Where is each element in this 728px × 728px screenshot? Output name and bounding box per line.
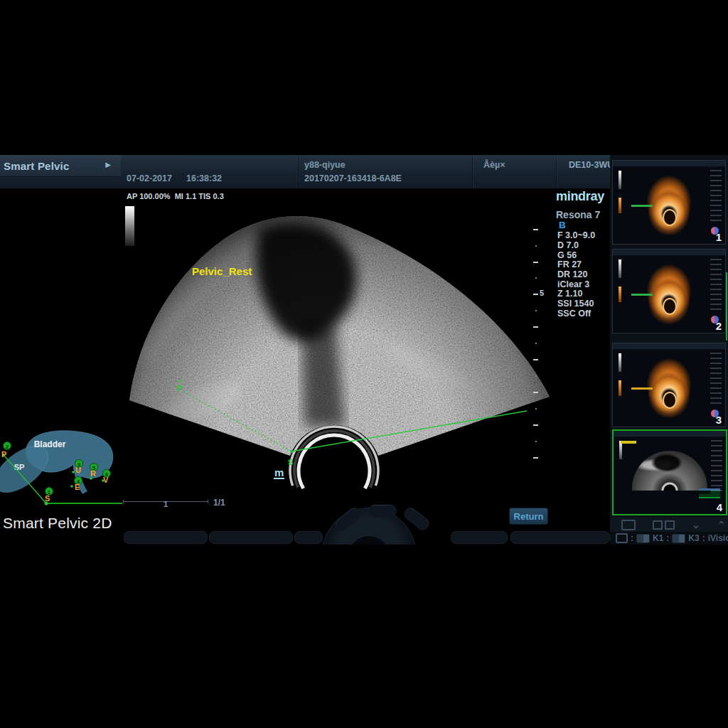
cine-current-frame[interactable]: 1 (164, 500, 168, 508)
exam-time: 16:38:32 (186, 173, 222, 183)
thumb-2d-fan (632, 451, 707, 491)
return-button-label: Return (514, 511, 544, 522)
header-divider (556, 157, 557, 187)
separator: : (631, 533, 633, 543)
marker-letter: S (45, 494, 50, 503)
chevron-up-icon[interactable]: ⌃ (717, 521, 726, 528)
marker-num: 2 (6, 444, 9, 450)
probe-void (301, 437, 368, 504)
orientation-marker: m (274, 467, 284, 479)
header-divider (299, 157, 299, 187)
thumb-preset-text (631, 294, 653, 296)
softkey-button[interactable] (451, 531, 508, 544)
hotkey-k3[interactable]: K3 (688, 533, 699, 543)
header-bar: Smart Pelvic ▶ 07-02-2017 16:38:32 y88-q… (0, 155, 610, 188)
thumb-grayscale-bar (619, 259, 621, 278)
clip-icon[interactable] (672, 534, 685, 543)
bmode-fan-image: P S (121, 188, 556, 506)
thumb-3d-render (643, 352, 695, 422)
thumbnail-number: 1 (716, 231, 722, 243)
hotkey-k1[interactable]: K1 (653, 533, 663, 543)
header-divider (472, 157, 473, 187)
thumb-colormap-bar (619, 380, 621, 396)
thumbnail-2[interactable]: 2 (612, 249, 726, 333)
marker-letter: R (90, 469, 96, 478)
marker-letter: V (103, 476, 109, 484)
param-framerate: FR 27 (557, 259, 582, 269)
softkey-button[interactable] (510, 531, 610, 544)
tab-label: Smart Pelvic (0, 160, 69, 172)
single-view-icon[interactable] (621, 520, 636, 530)
scroll-indicator (726, 272, 727, 341)
separator: : (702, 533, 705, 543)
exam-date: 07-02-2017 (127, 173, 172, 183)
thumb-3d-core (663, 392, 677, 409)
thumbnail-3[interactable]: 3 (612, 343, 726, 427)
exam-id: 20170207-163418-6A8E (304, 173, 402, 183)
tab-smart-pelvic[interactable]: Smart Pelvic ▶ (0, 155, 121, 177)
thumbnail-1[interactable]: 1 (612, 160, 726, 245)
separator: : (666, 533, 669, 543)
param-ssi: SSI 1540 (557, 299, 594, 309)
probe-model: DE10-3WU (569, 160, 614, 170)
thumb-params-text (710, 259, 722, 311)
thumb-colormap-bar (619, 198, 621, 213)
thumb-preset-text (621, 441, 636, 444)
param-ssc: SSC Off (557, 309, 591, 318)
param-zoom: Z 1.10 (557, 289, 582, 299)
thumbnail-number: 2 (716, 320, 722, 332)
thumbnail-panel: 1 2 3 (610, 155, 728, 545)
letterbox-top (0, 0, 728, 155)
patient-id: y88-qiyue (304, 160, 346, 170)
param-depth: D 7.0 (557, 240, 579, 250)
thumb-params-text (711, 440, 722, 493)
clip-icon[interactable] (636, 534, 650, 543)
preset-label: Pelvic_Rest (192, 265, 252, 277)
ultrasound-screen: Smart Pelvic ▶ 07-02-2017 16:38:32 y88-q… (0, 0, 728, 728)
param-gain: G 56 (557, 250, 577, 260)
thumb-header (613, 161, 725, 167)
return-button[interactable]: Return (509, 508, 548, 525)
param-frequency: F 3.0~9.0 (557, 230, 595, 240)
thumbnail-toolbar: ⌄ ⌃ (610, 518, 728, 532)
thumbnail-4-selected[interactable]: 4 (612, 429, 727, 515)
grayscale-bar (125, 206, 134, 246)
chevron-right-icon[interactable]: ▶ (105, 161, 111, 168)
dual-view-icon[interactable] (653, 520, 675, 530)
marker-letter: U (75, 466, 81, 474)
param-dynamic-range: DR 120 (557, 269, 587, 279)
measure-point-s-label: S (288, 458, 293, 466)
acoustic-power-status: AP 100.00% MI 1.1 TIS 0.3 (127, 192, 224, 200)
thumb-grayscale-bar (619, 353, 621, 372)
thumb-params-text (710, 353, 722, 405)
softkey-button[interactable] (124, 531, 208, 544)
hotkey-ivision[interactable]: iVisio (708, 533, 728, 543)
system-model: Resona 7 (556, 209, 600, 220)
thumb-header (613, 250, 725, 256)
thumbnail-number: 4 (717, 501, 722, 513)
hotkey-bar: : K1 : K3 : iVisio (610, 532, 728, 545)
bladder-label: Bladder (34, 439, 66, 449)
save-icon[interactable] (616, 533, 628, 543)
ultrasound-image-area: P S AP 100.00% MI 1.1 TIS 0.3 Pelvic_Res… (121, 188, 556, 506)
thumb-header (613, 343, 725, 350)
chevron-down-icon[interactable]: ⌄ (692, 521, 700, 528)
imaging-mode: B (559, 220, 566, 230)
measure-point-p-label: P (177, 384, 182, 392)
softkey-button[interactable] (294, 531, 323, 544)
thumb-3d-render (643, 258, 695, 328)
thumb-colormap-bar (619, 287, 621, 302)
param-iclear: iClear 3 (557, 279, 589, 289)
dial-button[interactable] (368, 505, 397, 518)
feature-caption: Smart Pelvic 2D (3, 515, 112, 532)
thumbnail-number: 3 (716, 414, 722, 426)
thumb-grayscale-bar (619, 171, 621, 189)
pelvic-floor-diagram: Bladder SP 2 P 1 S 3 U 4 E 5 R (0, 425, 128, 518)
dept-label: Åèµ× (483, 160, 505, 170)
thumb-3d-render (643, 169, 695, 239)
thumb-3d-core (663, 209, 677, 226)
mindray-logo: mindray (556, 189, 604, 204)
softkey-button[interactable] (209, 531, 293, 544)
sp-label: SP (14, 463, 25, 471)
marker-letter: P (1, 450, 6, 459)
